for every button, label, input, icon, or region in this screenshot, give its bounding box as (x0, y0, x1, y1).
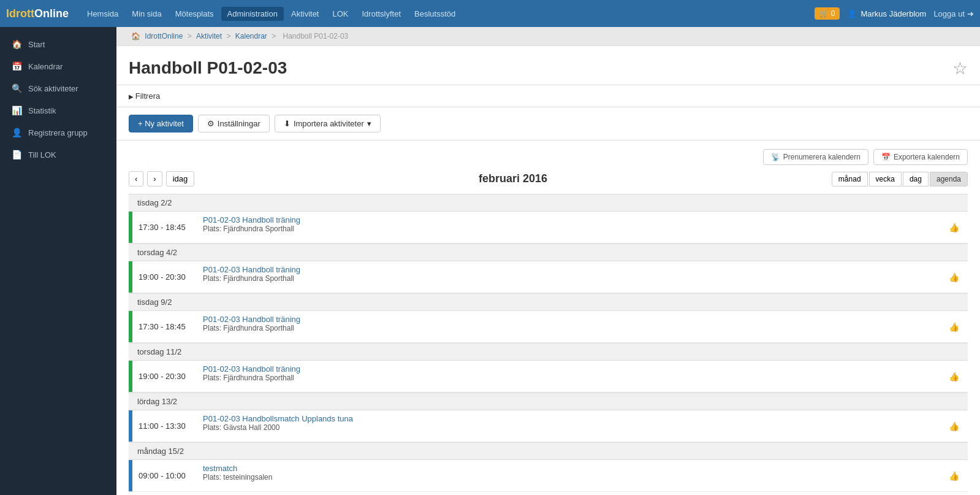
nav-link-beslutsstöd[interactable]: Beslutsstöd (408, 7, 462, 21)
sidebar-item-label: Till LOK (28, 150, 56, 159)
cal-view-buttons: månadveckadagagenda (832, 172, 968, 186)
event-details: P01-02-03 Handboll träningPlats: Fjärdhu… (197, 212, 940, 243)
nav-links: HemsidaMin sidaMötesplatsAdministrationA… (81, 7, 815, 21)
nav-link-mötesplats[interactable]: Mötesplats (169, 7, 220, 21)
event-title[interactable]: P01-02-03 Handboll träning (203, 265, 300, 274)
nav-link-aktivitet[interactable]: Aktivitet (285, 7, 325, 21)
event-row: 17:30 - 18:45P01-02-03 Handboll träningP… (129, 212, 968, 244)
event-row: 19:00 - 20:30P01-02-03 Handboll träningP… (129, 361, 968, 393)
logout-icon: ➜ (967, 9, 974, 18)
calendar-section: 📡 Prenumerera kalendern 📅 Exportera kale… (116, 140, 980, 495)
logo-text-normal: Idrott (6, 7, 34, 20)
event-row: 09:00 - 10:00testmatchPlats: testeinings… (129, 460, 968, 492)
event-details: testmatchPlats: testeiningsalen (197, 460, 940, 491)
sidebar-icon: 🔍 (11, 83, 22, 93)
event-title[interactable]: testmatch (203, 464, 237, 473)
event-title[interactable]: P01-02-03 Handbollsmatch Upplands tuna (203, 414, 353, 423)
event-action-icon[interactable]: 👍 (940, 361, 968, 392)
nav-link-idrottslyftet[interactable]: Idrottslyftet (356, 7, 408, 21)
breadcrumb: 🏠 IdrottOnline > Aktivitet > Kalendrar >… (116, 27, 980, 46)
cal-view-btn-månad[interactable]: månad (832, 172, 868, 186)
event-title[interactable]: P01-02-03 Handboll träning (203, 215, 300, 224)
logout-link[interactable]: Logga ut ➜ (933, 9, 974, 18)
import-button[interactable]: ⬇ Importera aktiviteter ▾ (275, 115, 381, 132)
sidebar-item-statistik[interactable]: 📊Statistik (0, 99, 116, 121)
sidebar-item-label: Kalendrar (28, 62, 63, 71)
sidebar-item-label: Statistik (28, 106, 56, 115)
nav-link-administration[interactable]: Administration (221, 7, 284, 21)
breadcrumb-current: Handboll P01-02-03 (283, 32, 349, 40)
sidebar-item-sök-aktiviteter[interactable]: 🔍Sök aktiviteter (0, 77, 116, 99)
sidebar-item-kalendrar[interactable]: 📅Kalendrar (0, 55, 116, 77)
day-header: lördag 13/2 (129, 393, 968, 410)
day-header: torsdag 11/2 (129, 343, 968, 361)
event-location: Plats: Fjärdhundra Sporthall (203, 324, 934, 332)
event-location: Plats: Fjärdhundra Sporthall (203, 374, 934, 382)
event-details: P01-02-03 Handboll träningPlats: Fjärdhu… (197, 361, 940, 392)
sidebar: 🏠Start📅Kalendrar🔍Sök aktiviteter📊Statist… (0, 27, 116, 495)
sidebar-icon: 📅 (11, 61, 22, 71)
event-time: 19:00 - 20:30 (132, 361, 197, 392)
event-time: 09:00 - 10:00 (132, 460, 197, 491)
breadcrumb-link[interactable]: Aktivitet (196, 32, 222, 40)
user-area: 👤 Markus Jäderblom (847, 9, 926, 18)
sidebar-item-label: Registrera grupp (28, 128, 88, 137)
cal-prev-button[interactable]: ‹ (129, 171, 143, 186)
event-title[interactable]: P01-02-03 Handboll träning (203, 315, 300, 324)
cal-nav: ‹ › idag (129, 171, 194, 186)
cal-toolbar: ‹ › idag februari 2016 månadveckadagagen… (129, 171, 968, 186)
event-action-icon[interactable]: 👍 (940, 311, 968, 342)
breadcrumb-link[interactable]: Kalendrar (235, 32, 267, 40)
event-title[interactable]: P01-02-03 Handboll träning (203, 364, 300, 374)
event-action-icon[interactable]: 👍 (940, 212, 968, 243)
cart-icon[interactable]: 🛒 0 (815, 7, 840, 20)
sidebar-icon: 📊 (11, 106, 22, 115)
event-action-icon[interactable]: 👍 (940, 460, 968, 491)
user-name: Markus Jäderblom (860, 9, 926, 18)
event-row: 17:30 - 18:45P01-02-03 Handboll träningP… (129, 311, 968, 343)
favorite-star-icon[interactable]: ☆ (952, 58, 968, 79)
export-button[interactable]: 📅 Exportera kalendern (873, 149, 968, 165)
breadcrumb-link[interactable]: IdrottOnline (145, 32, 183, 40)
event-action-icon[interactable]: 👍 (940, 261, 968, 293)
cal-next-button[interactable]: › (147, 171, 162, 186)
day-header: torsdag 4/2 (129, 244, 968, 261)
day-group: torsdag 4/219:00 - 20:30P01-02-03 Handbo… (129, 244, 968, 293)
event-action-icon[interactable]: 👍 (940, 410, 968, 442)
page-header: Handboll P01-02-03 ☆ (116, 46, 980, 85)
cal-view-btn-dag[interactable]: dag (903, 172, 929, 186)
day-group: lördag 13/211:00 - 13:30P01-02-03 Handbo… (129, 393, 968, 442)
new-activity-button[interactable]: + Ny aktivitet (129, 115, 193, 132)
nav-link-hemsida[interactable]: Hemsida (81, 7, 124, 21)
day-group: torsdag 11/219:00 - 20:30P01-02-03 Handb… (129, 343, 968, 393)
event-time: 17:30 - 18:45 (132, 212, 197, 243)
event-location: Plats: Fjärdhundra Sporthall (203, 224, 934, 233)
breadcrumb-separator: > (270, 32, 278, 40)
page-title: Handboll P01-02-03 (129, 58, 287, 78)
filter-toggle[interactable]: Filtrera (129, 91, 160, 101)
breadcrumb-separator: > (224, 32, 233, 40)
cart-count: 0 (831, 9, 835, 18)
sidebar-item-till-lok[interactable]: 📄Till LOK (0, 144, 116, 166)
nav-link-lok[interactable]: LOK (326, 7, 354, 21)
cal-month-title: februari 2016 (479, 172, 547, 185)
top-right-area: 🛒 0 👤 Markus Jäderblom Logga ut ➜ (815, 7, 974, 20)
subscribe-button[interactable]: 📡 Prenumerera kalendern (763, 149, 868, 165)
cal-today-button[interactable]: idag (166, 171, 195, 186)
event-details: P01-02-03 Handboll träningPlats: Fjärdhu… (197, 261, 940, 293)
import-icon: ⬇ (284, 119, 291, 128)
cal-view-btn-agenda[interactable]: agenda (930, 172, 968, 186)
sidebar-item-start[interactable]: 🏠Start (0, 33, 116, 55)
sidebar-item-label: Start (28, 40, 45, 49)
cal-view-btn-vecka[interactable]: vecka (869, 172, 902, 186)
sidebar-icon: 📄 (11, 150, 22, 159)
day-header: tisdag 9/2 (129, 293, 968, 311)
toolbar: + Ny aktivitet ⚙ Inställningar ⬇ Importe… (116, 107, 980, 140)
event-row: 19:00 - 20:30P01-02-03 Handboll träningP… (129, 261, 968, 293)
sidebar-item-registrera-grupp[interactable]: 👤Registrera grupp (0, 121, 116, 144)
logo-text-bold: Online (34, 7, 69, 20)
day-header: tisdag 2/2 (129, 194, 968, 212)
nav-link-min-sida[interactable]: Min sida (126, 7, 167, 21)
settings-button[interactable]: ⚙ Inställningar (198, 115, 270, 132)
event-details: P01-02-03 Handbollsmatch Upplands tunaPl… (197, 410, 940, 442)
